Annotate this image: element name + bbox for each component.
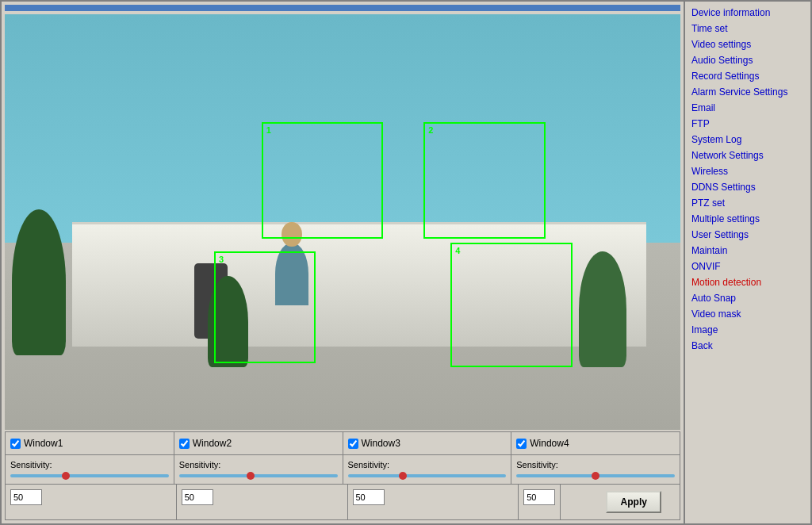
sensitivity-label-3: Sensitivity: [348, 458, 507, 471]
scene-wall-bg [5, 14, 680, 243]
sidebar-item-6[interactable]: Email [685, 100, 810, 116]
slider-cell-1: Sensitivity: [6, 455, 174, 484]
scene-plant-bottom [208, 276, 248, 367]
scene-plant-left [12, 209, 66, 354]
window-checkbox-1[interactable] [10, 439, 21, 449]
window-label-2: Window2 [193, 438, 232, 449]
sidebar-item-14[interactable]: User Settings [685, 227, 810, 243]
sidebar-item-0[interactable]: Device information [685, 5, 810, 21]
window-cell-1: Window1 [6, 432, 174, 454]
sidebar-item-3[interactable]: Audio Settings [685, 52, 810, 68]
sidebar-item-21[interactable]: Back [685, 338, 810, 354]
sidebar-item-5[interactable]: Alarm Service Settings [685, 84, 810, 100]
slider-track-1[interactable] [10, 474, 169, 477]
slider-track-3[interactable] [348, 474, 507, 477]
scene-person-head [282, 222, 302, 247]
sidebar-item-8[interactable]: System Log [685, 132, 810, 148]
slider-thumb-1[interactable] [62, 472, 70, 480]
controls-row-3: Apply [6, 485, 680, 519]
camera-bg: 1234 [5, 14, 680, 430]
slider-track-2[interactable] [179, 474, 338, 477]
window-cell-2: Window2 [174, 432, 343, 454]
sensitivity-label-4: Sensitivity: [516, 458, 675, 471]
sidebar-item-11[interactable]: DDNS Settings [685, 179, 810, 195]
slider-cell-4: Sensitivity: [511, 455, 680, 484]
sidebar-item-2[interactable]: Video settings [685, 36, 810, 52]
title-bar [5, 5, 680, 11]
slider-thumb-2[interactable] [247, 472, 255, 480]
sidebar-item-4[interactable]: Record Settings [685, 68, 810, 84]
sidebar-item-17[interactable]: Motion detection [685, 274, 810, 290]
slider-thumb-3[interactable] [399, 472, 407, 480]
slider-container-4 [516, 471, 675, 481]
value-input-wrap-4 [519, 485, 560, 519]
sensitivity-label-1: Sensitivity: [10, 458, 169, 471]
slider-container-1 [10, 471, 169, 481]
sidebar-item-18[interactable]: Auto Snap [685, 290, 810, 306]
sidebar: Device informationTime setVideo settings… [684, 2, 810, 523]
slider-cell-2: Sensitivity: [174, 455, 343, 484]
value-input-2[interactable] [182, 489, 213, 505]
window-checkbox-row-3: Window3 [348, 435, 507, 451]
sidebar-item-12[interactable]: PTZ set [685, 195, 810, 211]
controls-row-2: Sensitivity: Sensitivity: Sensitivity: S… [6, 455, 680, 485]
content-area: 1234 Window1 Window2 Window3 Window4 [2, 2, 684, 523]
window-label-3: Window3 [362, 438, 400, 449]
sidebar-item-19[interactable]: Video mask [685, 306, 810, 322]
sidebar-item-13[interactable]: Multiple settings [685, 211, 810, 227]
controls-area: Window1 Window2 Window3 Window4 Sensitiv… [5, 431, 680, 520]
controls-row-1: Window1 Window2 Window3 Window4 [6, 432, 680, 455]
sensitivity-label-2: Sensitivity: [179, 458, 338, 471]
window-cell-4: Window4 [511, 432, 680, 454]
sidebar-item-10[interactable]: Wireless [685, 163, 810, 179]
window-cell-3: Window3 [343, 432, 512, 454]
sidebar-item-9[interactable]: Network Settings [685, 148, 810, 163]
camera-feed: 1234 [5, 14, 680, 430]
value-cell-3 [348, 485, 519, 519]
window-checkbox-row-4: Window4 [516, 435, 675, 451]
window-label-4: Window4 [530, 438, 569, 449]
scene-plant-right [579, 251, 626, 368]
sidebar-item-16[interactable]: ONVIF [685, 259, 810, 274]
sidebar-item-15[interactable]: Maintain [685, 243, 810, 259]
main-container: 1234 Window1 Window2 Window3 Window4 [0, 0, 812, 525]
sidebar-item-7[interactable]: FTP [685, 116, 810, 132]
slider-cell-3: Sensitivity: [343, 455, 512, 484]
value-cell-2 [177, 485, 348, 519]
apply-button[interactable]: Apply [606, 491, 661, 513]
window-checkbox-row-1: Window1 [10, 435, 169, 451]
window-label-1: Window1 [24, 438, 63, 449]
slider-thumb-4[interactable] [592, 472, 599, 480]
window-checkbox-3[interactable] [348, 439, 358, 449]
window-checkbox-4[interactable] [516, 439, 527, 449]
sidebar-item-20[interactable]: Image [685, 322, 810, 338]
value-cell-1 [6, 485, 177, 519]
value-input-1[interactable] [10, 489, 42, 505]
scene-desk [72, 222, 646, 347]
value-input-4[interactable] [523, 489, 555, 505]
value-input-3[interactable] [353, 489, 385, 505]
window-checkbox-row-2: Window2 [179, 435, 338, 451]
slider-track-4[interactable] [516, 474, 675, 477]
value-cell-4: Apply [519, 485, 680, 519]
scene-person [275, 243, 309, 305]
sidebar-item-1[interactable]: Time set [685, 21, 810, 36]
window-checkbox-2[interactable] [179, 439, 190, 449]
slider-container-3 [348, 471, 507, 481]
slider-container-2 [179, 471, 338, 481]
